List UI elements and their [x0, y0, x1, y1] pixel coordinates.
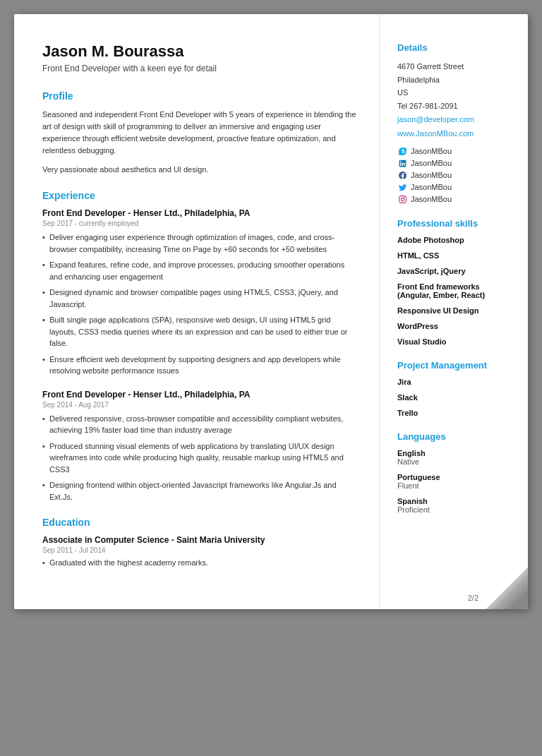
socials-container: JasonMBou JasonMBou JasonMBou	[397, 146, 514, 204]
bullet: Deliver engaging user experience through…	[42, 232, 358, 255]
pm-2: Slack	[397, 393, 514, 402]
bullet: Designing frontend within object-oriente…	[42, 479, 358, 503]
pm-section-title: Project Management	[397, 360, 514, 371]
page-number: 2/2	[468, 594, 478, 602]
instagram-handle: JasonMBou	[411, 195, 452, 203]
address-line3: US	[397, 86, 514, 100]
job-1-date: Sep 2017 - currently employed	[42, 220, 358, 227]
edu-bullet: Graduated with the highest academy remar…	[42, 558, 358, 567]
edu-bullets: Graduated with the highest academy remar…	[42, 558, 358, 567]
right-column: Details 4670 Garrett Street Philadelphia…	[380, 14, 528, 609]
edu-date: Sep 2011 - Jul 2014	[42, 546, 358, 554]
job-2-company: Front End Developer - Henser Ltd., Phila…	[42, 390, 358, 400]
profile-text-2: Very passionate about aesthetics and UI …	[42, 164, 358, 176]
website-link[interactable]: www.JasonMBou.com	[397, 127, 514, 141]
skill-3: JavaScript, jQuery	[397, 267, 514, 275]
facebook-icon	[397, 170, 407, 180]
job-1-bullets: Deliver engaging user experience through…	[42, 232, 358, 377]
social-instagram: JasonMBou	[397, 194, 514, 204]
address-line2: Philadelphia	[397, 73, 514, 87]
lang-3-level: Proficient	[397, 505, 514, 514]
candidate-title: Front End Developer with a keen eye for …	[42, 64, 358, 73]
linkedin-icon	[397, 158, 407, 168]
bullet: Built single page applications (SPA), re…	[42, 314, 358, 349]
pm-3: Trello	[397, 409, 514, 417]
languages-section-title: Languages	[397, 431, 514, 442]
job-1-company: Front End Developer - Henser Ltd., Phila…	[42, 208, 358, 218]
lang-1-level: Native	[397, 457, 514, 466]
facebook-handle: JasonMBou	[411, 171, 452, 179]
education-section-title: Education	[42, 517, 358, 528]
skill-2: HTML, CSS	[397, 251, 514, 260]
candidate-name: Jason M. Bourassa	[42, 42, 358, 61]
linkedin-handle: JasonMBou	[411, 159, 452, 167]
bullet: Ensure efficient web development by supp…	[42, 354, 358, 377]
pm-1: Jira	[397, 378, 514, 386]
lang-1-name: English	[397, 449, 514, 457]
skill-6: WordPress	[397, 322, 514, 330]
bullet: Designed dynamic and browser compatible …	[42, 287, 358, 310]
job-2-bullets: Delivered responsive, cross-browser comp…	[42, 413, 358, 503]
profile-text-1: Seasoned and independent Front End Devel…	[42, 109, 358, 157]
lang-2-level: Fluent	[397, 481, 514, 490]
phone: Tel 267-981-2091	[397, 100, 514, 113]
job-entry-1: Front End Developer - Henser Ltd., Phila…	[42, 208, 358, 377]
bullet: Expand features, refine code, and improv…	[42, 259, 358, 282]
details-section-title: Details	[397, 42, 514, 53]
lang-3-name: Spanish	[397, 497, 514, 505]
resume-body: Jason M. Bourassa Front End Developer wi…	[14, 14, 528, 609]
left-column: Jason M. Bourassa Front End Developer wi…	[14, 14, 380, 609]
twitter-handle: JasonMBou	[411, 183, 452, 191]
job-2-date: Sep 2014 - Aug 2017	[42, 401, 358, 409]
lang-2-name: Portuguese	[397, 473, 514, 481]
social-facebook: JasonMBou	[397, 170, 514, 180]
skill-5: Responsive UI Design	[397, 306, 514, 315]
social-twitter: JasonMBou	[397, 182, 514, 192]
instagram-icon	[397, 194, 407, 204]
twitter-icon	[397, 182, 407, 192]
skill-4: Front End frameworks (Angular, Ember, Re…	[397, 282, 514, 299]
experience-section-title: Experience	[42, 190, 358, 201]
social-linkedin: JasonMBou	[397, 158, 514, 168]
edu-degree: Associate in Computer Science - Saint Ma…	[42, 535, 358, 545]
social-skype: JasonMBou	[397, 146, 514, 156]
bullet: Delivered responsive, cross-browser comp…	[42, 413, 358, 436]
bullet: Produced stunning visual elements of web…	[42, 440, 358, 476]
profile-section-title: Profile	[42, 90, 358, 102]
job-entry-2: Front End Developer - Henser Ltd., Phila…	[42, 390, 358, 503]
skype-handle: JasonMBou	[411, 147, 452, 155]
skype-icon	[397, 146, 407, 156]
skill-1: Adobe Photoshop	[397, 236, 514, 244]
resume-page: Jason M. Bourassa Front End Developer wi…	[14, 14, 528, 609]
address-line1: 4670 Garrett Street	[397, 60, 514, 73]
skill-7: Visual Studio	[397, 337, 514, 346]
skills-section-title: Professional skills	[397, 218, 514, 229]
email-link[interactable]: jason@developer.com	[397, 113, 514, 127]
